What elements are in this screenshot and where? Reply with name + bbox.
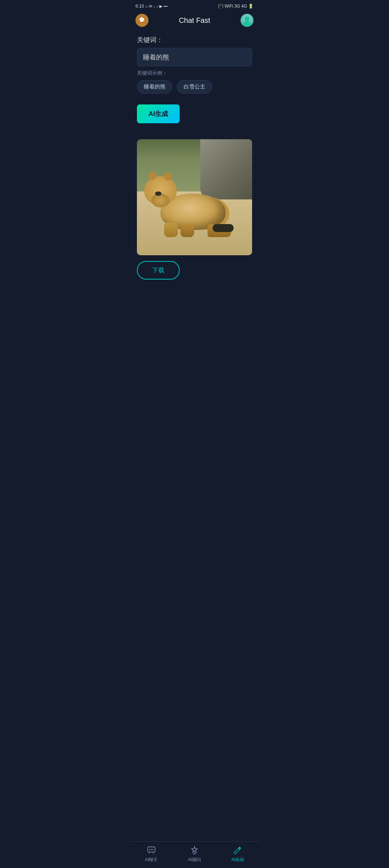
header: Chat Fast [130, 11, 259, 31]
example-chip-2[interactable]: 白雪公主 [177, 80, 212, 94]
main-content: 关键词： 关键词示例： 睡着的熊 白雪公主 AI生成 [130, 31, 259, 316]
keyword-label: 关键词： [137, 36, 252, 44]
bear-paw [213, 224, 234, 232]
status-time: 6:10 ⌂ ✉ ↓ ♪ ▶ ••• [135, 4, 168, 9]
bear-head [144, 176, 177, 205]
keyword-input[interactable] [137, 48, 252, 66]
bear-figure [142, 179, 237, 237]
generated-image [137, 139, 252, 255]
ai-generate-button[interactable]: AI生成 [137, 104, 180, 123]
bear-leg2 [180, 224, 194, 237]
status-bar: 6:10 ⌂ ✉ ↓ ♪ ▶ ••• 📳 WiFi 3G 4G 🔋 [130, 0, 259, 11]
download-button[interactable]: 下载 [137, 261, 180, 280]
svg-point-4 [243, 21, 251, 26]
example-chips: 睡着的熊 白雪公主 [137, 80, 252, 94]
user-avatar[interactable] [240, 14, 254, 27]
svg-point-1 [142, 19, 142, 20]
logo-icon [138, 17, 146, 24]
svg-point-0 [141, 19, 142, 20]
bear-nose [155, 191, 162, 196]
bear-ear1 [149, 172, 156, 180]
bear-snout [151, 194, 170, 207]
avatar-icon [241, 15, 253, 26]
status-icons: 📳 WiFi 3G 4G 🔋 [218, 4, 254, 9]
app-logo[interactable] [135, 14, 149, 27]
app-title: Chat Fast [179, 16, 210, 25]
svg-point-2 [143, 19, 143, 20]
examples-label: 关键词示例： [137, 70, 252, 77]
svg-point-3 [244, 16, 250, 21]
bear-leg1 [164, 223, 178, 237]
example-chip-1[interactable]: 睡着的熊 [137, 80, 172, 94]
bear-ear2 [164, 173, 172, 181]
